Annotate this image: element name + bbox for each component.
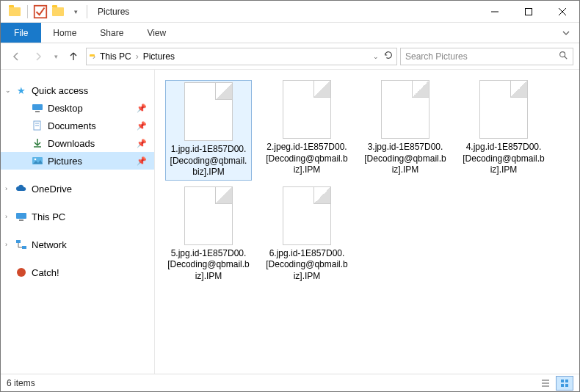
file-name: 4.jpg.id-1E857D00.[Decoding@qbmail.biz].…: [460, 142, 547, 176]
folder-icon: [7, 4, 23, 20]
chevron-right-icon[interactable]: ›: [134, 51, 140, 62]
tree-item-desktop[interactable]: Desktop 📌: [1, 99, 154, 117]
tree-this-pc[interactable]: › This PC: [1, 208, 154, 225]
file-item[interactable]: 4.jpg.id-1E857D00.[Decoding@qbmail.biz].…: [460, 80, 547, 181]
svg-rect-26: [565, 384, 568, 387]
file-item[interactable]: 1.jpg.id-1E857D00.[Decoding@qbmail.biz].…: [165, 80, 252, 181]
svg-rect-8: [35, 111, 40, 112]
file-name: 2.jpeg.id-1E857D00.[Decoding@qbmail.biz]…: [264, 142, 350, 176]
svg-rect-18: [22, 246, 26, 249]
separator: [27, 5, 28, 18]
status-bar: 6 items: [1, 374, 579, 391]
tree-label: Documents: [48, 120, 96, 131]
chevron-down-icon[interactable]: ⌄: [5, 87, 11, 94]
file-icon: [184, 82, 233, 141]
star-icon: ★: [15, 84, 27, 96]
address-bar[interactable]: › This PC › Pictures ⌄: [86, 48, 397, 65]
catch-icon: [15, 266, 27, 278]
search-placeholder: Search Pictures: [405, 51, 468, 62]
file-grid[interactable]: 1.jpg.id-1E857D00.[Decoding@qbmail.biz].…: [155, 70, 579, 375]
up-button[interactable]: [64, 47, 83, 66]
expand-ribbon-button[interactable]: [553, 23, 579, 43]
breadcrumb-pictures[interactable]: Pictures: [142, 51, 176, 62]
tab-share[interactable]: Share: [88, 23, 135, 43]
file-icon: [479, 80, 528, 139]
breadcrumb-this-pc[interactable]: This PC: [98, 51, 133, 62]
file-name: 5.jpg.id-1E857D00.[Decoding@qbmail.biz].…: [165, 248, 252, 283]
titlebar: ▾ Pictures: [1, 1, 579, 23]
back-button[interactable]: [7, 47, 26, 66]
tree-label: Network: [32, 239, 67, 250]
tree-label: Desktop: [48, 103, 83, 114]
svg-point-5: [560, 52, 565, 57]
file-item[interactable]: 3.jpg.id-1E857D00.[Decoding@qbmail.biz].…: [362, 80, 449, 181]
navigation-row: ▾ › This PC › Pictures ⌄ Search Pictures: [1, 43, 579, 70]
file-name: 6.jpg.id-1E857D00.[Decoding@qbmail.biz].…: [264, 248, 350, 283]
file-icon: [283, 80, 331, 139]
tree-network[interactable]: › Network: [1, 236, 154, 253]
window-title: Pictures: [98, 7, 129, 17]
desktop-icon: [32, 102, 43, 114]
svg-rect-24: [565, 380, 568, 382]
tree-label: Downloads: [48, 138, 95, 149]
svg-point-19: [17, 268, 26, 277]
view-icons-button[interactable]: [556, 376, 573, 391]
file-icon: [184, 186, 233, 245]
tree-item-downloads[interactable]: Downloads 📌: [1, 134, 154, 152]
quick-access-toolbar: ▾: [7, 4, 84, 20]
pc-icon: [15, 211, 27, 222]
file-item[interactable]: 2.jpeg.id-1E857D00.[Decoding@qbmail.biz]…: [264, 80, 350, 181]
file-tab[interactable]: File: [1, 23, 41, 43]
tree-label: OneDrive: [32, 184, 72, 195]
svg-rect-15: [16, 213, 26, 219]
svg-rect-17: [16, 240, 21, 243]
chevron-right-icon[interactable]: ›: [5, 213, 7, 220]
main-area: ⌄ ★ Quick access Desktop 📌 Documents 📌 D…: [1, 70, 579, 375]
pin-icon: 📌: [137, 139, 147, 148]
ribbon-tabs: File Home Share View: [1, 23, 579, 43]
documents-icon: [32, 120, 43, 131]
tree-label: Quick access: [32, 85, 88, 96]
search-input[interactable]: Search Pictures: [400, 48, 573, 65]
chevron-right-icon[interactable]: ›: [91, 51, 97, 62]
svg-rect-16: [19, 219, 23, 221]
properties-icon[interactable]: [32, 4, 48, 20]
file-name: 1.jpg.id-1E857D00.[Decoding@qbmail.biz].…: [167, 144, 250, 178]
tree-item-pictures[interactable]: Pictures 📌: [1, 152, 154, 170]
close-button[interactable]: [545, 1, 579, 23]
chevron-right-icon[interactable]: ›: [5, 241, 7, 248]
tab-view[interactable]: View: [135, 23, 178, 43]
refresh-button[interactable]: [383, 50, 394, 62]
search-icon: [558, 50, 568, 62]
minimize-button[interactable]: [478, 1, 512, 23]
file-icon: [283, 186, 331, 245]
chevron-right-icon[interactable]: ›: [5, 185, 7, 192]
forward-button[interactable]: [29, 47, 48, 66]
svg-rect-0: [35, 5, 47, 18]
view-details-button[interactable]: [537, 376, 554, 391]
svg-rect-2: [526, 8, 532, 15]
svg-rect-7: [32, 104, 43, 110]
separator: [87, 5, 87, 18]
address-dropdown-icon[interactable]: ⌄: [373, 53, 379, 60]
pin-icon: 📌: [137, 121, 147, 131]
file-item[interactable]: 5.jpg.id-1E857D00.[Decoding@qbmail.biz].…: [165, 186, 252, 283]
navigation-tree[interactable]: ⌄ ★ Quick access Desktop 📌 Documents 📌 D…: [1, 70, 155, 375]
new-folder-icon[interactable]: [50, 4, 66, 20]
tree-label: This PC: [32, 211, 65, 222]
tab-home[interactable]: Home: [41, 23, 88, 43]
maximize-button[interactable]: [512, 1, 545, 23]
tree-label: Catch!: [32, 267, 59, 278]
file-item[interactable]: 6.jpg.id-1E857D00.[Decoding@qbmail.biz].…: [264, 186, 350, 283]
tree-item-documents[interactable]: Documents 📌: [1, 117, 154, 134]
tree-catch[interactable]: Catch!: [1, 264, 154, 281]
downloads-icon: [32, 137, 43, 149]
qat-dropdown-icon[interactable]: ▾: [68, 4, 84, 20]
svg-point-14: [35, 159, 37, 161]
tree-quick-access[interactable]: ⌄ ★ Quick access: [1, 81, 154, 99]
tree-onedrive[interactable]: › OneDrive: [1, 180, 154, 197]
file-name: 3.jpg.id-1E857D00.[Decoding@qbmail.biz].…: [362, 142, 449, 176]
pin-icon: 📌: [137, 104, 147, 113]
file-icon: [381, 80, 429, 139]
recent-locations-button[interactable]: ▾: [51, 47, 61, 66]
